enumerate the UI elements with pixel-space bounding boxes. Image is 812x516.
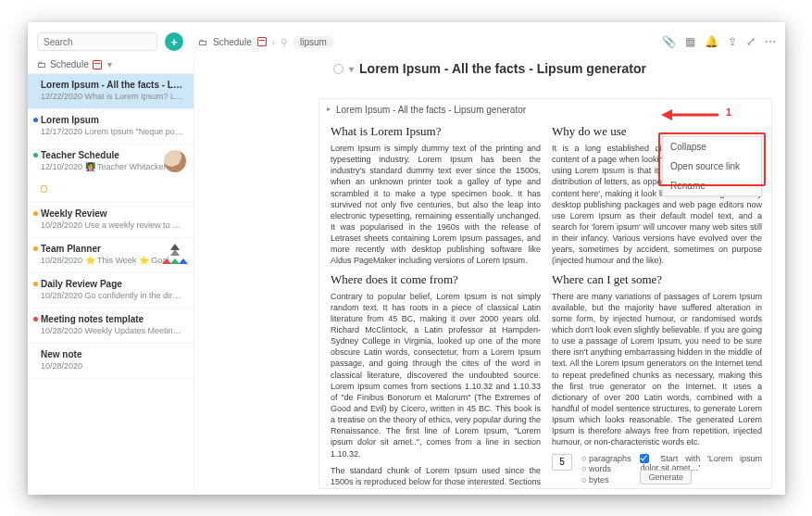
sidebar-item-title: New note <box>41 349 184 359</box>
sidebar-item-sub: 10/28/2020 Go confidently in the directi… <box>41 291 184 300</box>
sidebar-item-title: Daily Review Page <box>41 279 184 289</box>
sidebar-item[interactable]: Weekly Review10/28/2020 Use a weekly rev… <box>28 203 194 238</box>
menu-rename[interactable]: Rename <box>663 176 761 195</box>
share-icon[interactable]: ⇪ <box>728 35 737 48</box>
sidebar-item[interactable]: Teacher Schedule12/10/2020 👩‍🏫 Teacher W… <box>28 145 194 203</box>
sidebar-item-sub: 12/17/2020 Lorem Ipsum "Neque porro quis… <box>41 127 184 136</box>
sidebar-heading[interactable]: 🗀 Schedule ▾ <box>28 56 194 74</box>
sidebar-heading-label: Schedule <box>50 59 89 69</box>
sidebar-item-sub: 10/28/2020 <box>41 361 184 371</box>
color-dot-icon <box>33 211 38 216</box>
sidebar-item-title: Lorem Ipsum <box>41 115 184 125</box>
sidebar-item-sub: 10/28/2020 Use a weekly review to get ri… <box>41 220 184 230</box>
heading-where-from: Where does it come from? <box>331 272 541 287</box>
bell-icon[interactable]: 🔔 <box>705 35 718 48</box>
sidebar-item[interactable]: Lorem Ipsum - All the facts - Lipsum gen… <box>28 74 194 109</box>
folder-icon: 🗀 <box>37 59 46 69</box>
color-dot-icon <box>33 118 38 122</box>
card-menu: Collapse Open source link Rename <box>662 136 762 196</box>
grid-icon[interactable]: ▦ <box>685 35 695 48</box>
para: There are many variations of passages of… <box>552 291 762 448</box>
collapse-caret-icon[interactable]: ▾ <box>349 64 354 74</box>
calendar-icon <box>257 37 267 46</box>
page-title: Lorem Ipsum - All the facts - Lipsum gen… <box>359 61 646 76</box>
breadcrumb: 🗀 Schedule › ⚲ lipsum <box>198 36 334 48</box>
radio-bytes[interactable]: ○ bytes <box>581 475 631 486</box>
color-dot-icon <box>33 246 38 251</box>
add-button[interactable]: + <box>165 32 183 51</box>
bullet-icon <box>333 64 344 74</box>
sidebar-item-sub: 10/28/2020 Weekly Updates Meeting Date: … <box>41 326 184 335</box>
expand-icon[interactable]: ⤢ <box>746 35 756 48</box>
sidebar-item-sub: 12/22/2020 What is Lorem Ipsum? Lorem Ip… <box>41 92 184 101</box>
color-dot-icon <box>33 317 38 321</box>
embed-card: Lorem Ipsum - All the facts - Lipsum gen… <box>319 98 772 489</box>
search-input[interactable] <box>37 32 157 51</box>
folder-icon: 🗀 <box>198 37 207 47</box>
menu-collapse[interactable]: Collapse <box>663 137 761 157</box>
para: The standard chunk of Lorem Ipsum used s… <box>331 465 541 489</box>
card-title: Lorem Ipsum - All the facts - Lipsum gen… <box>331 105 762 115</box>
goal-icons <box>162 244 188 270</box>
chevron-down-icon: ▾ <box>107 59 112 69</box>
bell-icon <box>41 185 47 193</box>
color-dot-icon <box>33 282 38 286</box>
breadcrumb-root[interactable]: Schedule <box>213 37 252 47</box>
calendar-icon <box>93 60 102 69</box>
generator-form: ○ paragraphs ○ words ○ bytes Start with … <box>552 454 762 486</box>
more-icon[interactable]: ⋯ <box>765 35 776 48</box>
attach-icon[interactable]: 📎 <box>662 35 676 48</box>
heading-get-some: Where can I get some? <box>552 272 762 287</box>
tag-icon: ⚲ <box>281 37 287 47</box>
avatar <box>164 150 186 172</box>
sidebar-item-title: Teacher Schedule <box>41 150 184 160</box>
heading-what: What is Lorem Ipsum? <box>331 124 541 139</box>
sidebar-item-sub: 12/10/2020 👩‍🏫 Teacher Whitacker Ben… <box>41 162 184 171</box>
para: Lorem Ipsum is simply dummy text of the … <box>331 143 541 267</box>
para: Contrary to popular belief, Lorem Ipsum … <box>331 291 541 459</box>
count-input[interactable] <box>552 454 572 471</box>
breadcrumb-tag[interactable]: lipsum <box>293 36 334 48</box>
sidebar-item[interactable]: Daily Review Page10/28/2020 Go confident… <box>28 273 194 308</box>
sidebar-item[interactable]: Meeting notes template10/28/2020 Weekly … <box>28 308 194 344</box>
menu-open-source-link[interactable]: Open source link <box>663 157 761 176</box>
radio-paragraphs[interactable]: ○ paragraphs <box>581 454 631 465</box>
sidebar-item[interactable]: Lorem Ipsum12/17/2020 Lorem Ipsum "Neque… <box>28 109 194 145</box>
sidebar-item-title: Weekly Review <box>41 208 184 219</box>
color-dot-icon <box>33 153 38 157</box>
sidebar-item[interactable]: Team Planner10/28/2020 ⭐ This Week ⭐ Goa… <box>28 238 194 273</box>
sidebar-item-title: Lorem Ipsum - All the facts - Lipsum gen… <box>41 80 184 90</box>
sidebar-item-title: Meeting notes template <box>41 314 184 324</box>
generate-button[interactable]: Generate <box>640 470 692 485</box>
radio-words[interactable]: ○ words <box>581 464 631 475</box>
start-with-checkbox[interactable] <box>640 454 649 463</box>
chevron-right-icon: › <box>272 37 275 47</box>
sidebar-item[interactable]: New note10/28/2020 <box>28 344 194 379</box>
